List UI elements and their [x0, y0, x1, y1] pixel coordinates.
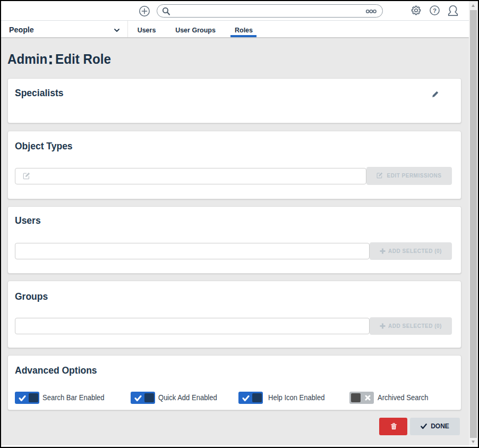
svg-text:?: ? — [433, 7, 437, 14]
